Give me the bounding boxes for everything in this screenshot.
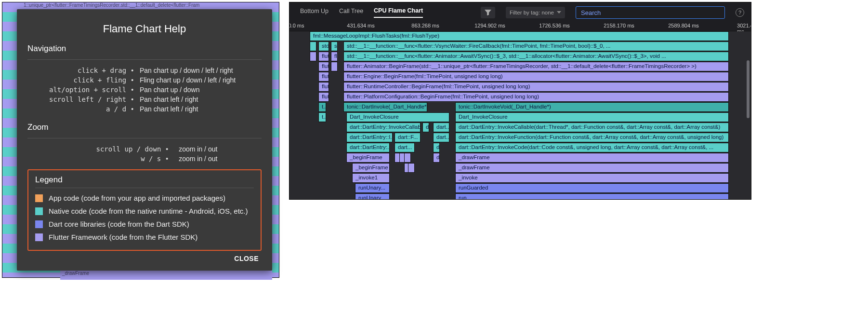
- flame-frame[interactable]: dart::DartEntry::InvokeFunction(dart::Fu…: [455, 133, 729, 142]
- shortcut-key: click + drag: [27, 66, 129, 75]
- flame-frame[interactable]: run: [455, 193, 729, 199]
- flame-frame[interactable]: [408, 163, 415, 173]
- flame-frame[interactable]: dart::DartEntry:...: [346, 143, 390, 152]
- bullet: •: [164, 144, 176, 154]
- legend-row: Dart core libraries (code from the Dart …: [35, 220, 254, 228]
- flame-frame[interactable]: dart::F...: [395, 133, 421, 142]
- flame-frame[interactable]: runUnary...: [355, 183, 390, 193]
- close-button[interactable]: CLOSE: [231, 251, 262, 266]
- bullet: •: [129, 104, 137, 114]
- filter-tag-label: Filter by tag: none: [510, 10, 554, 15]
- flame-frame[interactable]: [310, 52, 316, 61]
- flame-frame[interactable]: Dart_InvokeClosure: [455, 112, 729, 122]
- filter-icon: [485, 10, 491, 15]
- flame-frame[interactable]: _drawFrame: [455, 153, 729, 163]
- shortcut-desc: Pan chart up / down / left / right: [137, 66, 262, 75]
- shortcut-desc: zoom in / out: [176, 144, 262, 154]
- flame-frame[interactable]: flut...: [318, 52, 329, 61]
- bg-frame-text: _drawFrame: [60, 271, 272, 280]
- flame-frame[interactable]: flutter::Engine::BeginFrame(fml::TimePoi…: [343, 72, 729, 82]
- bullet: •: [129, 75, 137, 85]
- flame-frame[interactable]: dart::DartEntry::I...: [346, 133, 393, 142]
- legend-row: Native code (code from the native runtim…: [35, 207, 254, 215]
- scrollbar-thumb[interactable]: [747, 60, 750, 118]
- navigation-heading: Navigation: [27, 44, 262, 54]
- flame-frame[interactable]: flutter::RuntimeController::BeginFrame(f…: [343, 82, 729, 92]
- legend-label: Flutter Framework (code from the Flutter…: [49, 233, 197, 241]
- shortcut-key: scroll left / right: [27, 95, 129, 104]
- legend-heading: Legend: [35, 175, 254, 185]
- flame-frame[interactable]: runUnary: [355, 193, 390, 199]
- shortcut-desc: Fling chart up / down / left / right: [137, 75, 262, 85]
- filter-by-tag-dropdown[interactable]: Filter by tag: none: [506, 7, 565, 18]
- flame-frame[interactable]: dart::DartEntry::InvokeCallab...: [346, 123, 421, 132]
- flame-chart-canvas[interactable]: fml::MessageLoopImpl::FlushTasks(fml::Fl…: [289, 31, 751, 199]
- search-input[interactable]: [576, 6, 725, 19]
- shortcut-key: alt/option + scroll: [27, 85, 129, 95]
- flame-chart-help-dialog: Flame Chart Help Navigation click + drag…: [17, 9, 272, 271]
- flame-frame[interactable]: _beginFrame: [352, 163, 390, 173]
- legend-swatch: [35, 194, 43, 202]
- shortcut-key: a / d: [27, 104, 129, 114]
- flame-frame[interactable]: dart::DartEntry::InvokeCallable(dart::Th…: [455, 123, 729, 132]
- flame-frame[interactable]: flutter::Animator::BeginFrame(std::__1::…: [343, 62, 729, 71]
- tab-call-tree[interactable]: Call Tree: [339, 8, 363, 17]
- flame-frame[interactable]: _invoke: [455, 173, 729, 183]
- legend-swatch: [35, 207, 43, 215]
- navigation-table: click + drag•Pan chart up / down / left …: [27, 66, 262, 114]
- flame-frame[interactable]: runGuarded: [455, 183, 729, 193]
- flame-frame[interactable]: t...: [318, 112, 326, 122]
- flame-frame[interactable]: fml::MessageLoopImpl::FlushTasks(fml::Fl…: [310, 31, 729, 41]
- ruler-tick: 2589.804 ms: [668, 23, 699, 28]
- flame-frame[interactable]: s...: [331, 41, 338, 51]
- filter-button[interactable]: [481, 7, 495, 18]
- dialog-title: Flame Chart Help: [27, 23, 262, 35]
- tab-cpu-flame-chart[interactable]: CPU Flame Chart: [374, 7, 423, 18]
- flame-frame[interactable]: [310, 41, 316, 51]
- ruler-tick: 431.634 ms: [347, 23, 374, 28]
- divider: [27, 59, 262, 60]
- flame-frame[interactable]: flutter::PlatformConfiguration::BeginFra…: [343, 92, 729, 102]
- flame-frame[interactable]: dart...: [395, 143, 415, 152]
- flame-frame[interactable]: _beginFrame: [346, 153, 390, 163]
- flame-frame[interactable]: dart...: [433, 123, 449, 132]
- flame-frame[interactable]: flut...: [318, 92, 329, 102]
- ruler-tick: 1294.902 ms: [474, 23, 505, 28]
- chevron-down-icon: [557, 11, 561, 14]
- flame-frame[interactable]: t...: [318, 102, 326, 112]
- tab-bottom-up[interactable]: Bottom Up: [300, 8, 329, 17]
- flame-frame[interactable]: tonic::DartInvokeVoid(_Dart_Handle*): [455, 102, 729, 112]
- shortcut-desc: Pan chart left / right: [137, 104, 262, 114]
- flame-frame[interactable]: _invoke1: [352, 173, 390, 183]
- bullet: •: [129, 66, 137, 75]
- shortcut-desc: Pan chart left / right: [137, 95, 262, 104]
- flame-frame[interactable]: d...: [433, 143, 440, 152]
- flame-frame[interactable]: flut...: [318, 72, 329, 82]
- help-button[interactable]: ?: [736, 8, 744, 17]
- ruler-tick: 1726.536 ms: [539, 23, 570, 28]
- flame-frame[interactable]: d...: [433, 153, 440, 163]
- legend-label: Dart core libraries (code from the Dart …: [49, 220, 189, 228]
- flame-frame[interactable]: fl...: [331, 52, 338, 61]
- flame-frame[interactable]: [404, 153, 411, 163]
- flame-frame[interactable]: Dart_InvokeClosure: [346, 112, 449, 122]
- flame-topbar: Bottom Up Call Tree CPU Flame Chart Filt…: [289, 2, 751, 22]
- flame-frame[interactable]: flut...: [318, 82, 329, 92]
- time-ruler[interactable]: 0.0 ms431.634 ms863.268 ms1294.902 ms172…: [289, 22, 751, 31]
- legend-row: App code (code from your app and importe…: [35, 194, 254, 202]
- flame-frame[interactable]: std::__1::__function::__func<flutter::An…: [343, 52, 729, 61]
- flame-frame[interactable]: [331, 62, 338, 71]
- shortcut-desc: zoom in / out: [176, 154, 262, 164]
- legend-box: Legend App code (code from your app and …: [27, 169, 262, 251]
- flame-frame[interactable]: _drawFrame: [455, 163, 729, 173]
- flame-frame[interactable]: flut...: [318, 62, 329, 71]
- flame-frame[interactable]: dart::DartEntry::InvokeCode(dart::Code c…: [455, 143, 729, 152]
- flame-frame[interactable]: std::__1::__function::__func<flutter::Vs…: [343, 41, 729, 51]
- flame-frame[interactable]: d...: [422, 123, 429, 132]
- shortcut-key: w / s: [27, 154, 164, 164]
- legend-row: Flutter Framework (code from the Flutter…: [35, 233, 254, 241]
- flame-frame[interactable]: std:...: [318, 41, 329, 51]
- flame-frame[interactable]: tonic::DartInvoke(_Dart_Handle*, ...: [343, 102, 427, 112]
- legend-swatch: [35, 233, 43, 241]
- flame-frame[interactable]: dart...: [433, 133, 449, 142]
